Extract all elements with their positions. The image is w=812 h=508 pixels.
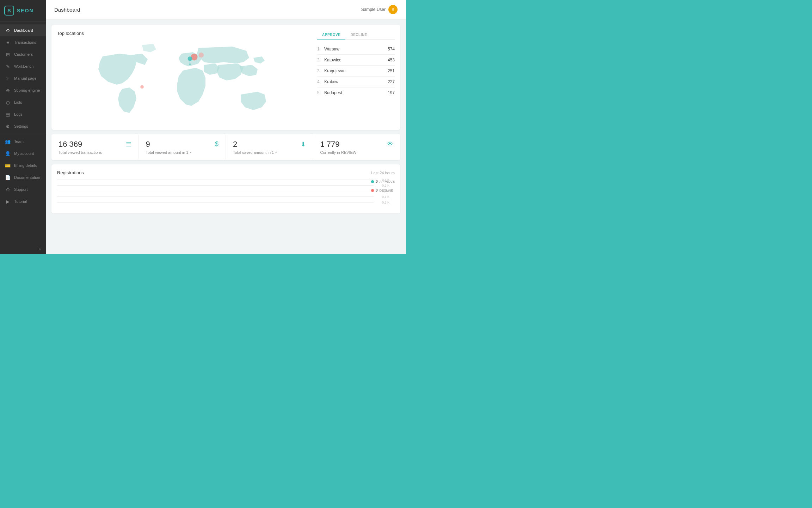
registrations-header: Registrations Last 24 hours (57, 170, 395, 175)
stat-label-saved: Total saved amount in 1 ▾ (233, 150, 306, 155)
sidebar-item-team[interactable]: 👥 Team (0, 135, 46, 147)
sidebar-label-lists: Lists (14, 100, 22, 104)
sidebar-item-scoring-engine[interactable]: ⊕ Scoring engine (0, 84, 46, 96)
loc-value-3: 251 (388, 68, 395, 73)
chart-lines: 0,1 K 0,1 K 0,1 K 0,1 K 0,1 K (57, 180, 374, 208)
location-row-5: 5. Budapest 197 (317, 87, 395, 98)
user-name: Sample User (361, 7, 386, 12)
lists-icon: ◷ (5, 99, 11, 105)
stat-value-review: 1 779 (320, 140, 340, 149)
sidebar-item-workbench[interactable]: ✎ Workbench (0, 60, 46, 72)
world-map (57, 40, 312, 124)
dropdown-arrow-saved[interactable]: ▾ (275, 151, 277, 154)
registrations-chart: 0,1 K 0,1 K 0,1 K 0,1 K 0,1 K 0 APPROVE … (57, 180, 395, 208)
user-menu[interactable]: Sample User S (361, 5, 398, 14)
sidebar-label-billing: Billing details (14, 163, 37, 168)
tutorial-icon: ▶ (5, 199, 11, 204)
page-title: Dashboard (54, 7, 80, 13)
svg-point-3 (189, 64, 191, 65)
stat-label-transactions: Total viewed transactions (59, 150, 131, 155)
stat-value-transactions: 16 369 (59, 140, 82, 149)
sidebar-label-my-account: My account (14, 151, 34, 156)
location-row-1: 1. Warsaw 574 (317, 44, 395, 55)
loc-rank-2: 2. (317, 58, 324, 62)
nav-divider (0, 134, 46, 134)
loc-name-1: Warsaw (324, 47, 388, 52)
sidebar: S SEON ⊙ Dashboard ≡ Transactions ⊞ Cust… (0, 0, 46, 254)
main-content: Dashboard Sample User S Top locations (46, 0, 406, 254)
sidebar-label-workbench: Workbench (14, 64, 33, 68)
loc-rank-1: 1. (317, 47, 324, 52)
chart-label-5: 0,1 K (382, 201, 389, 204)
logo-text: SEON (17, 8, 34, 13)
sidebar-label-manual-page: Manual page (14, 76, 37, 80)
sidebar-item-dashboard[interactable]: ⊙ Dashboard (0, 24, 46, 36)
sidebar-item-lists[interactable]: ◷ Lists (0, 96, 46, 108)
sidebar-item-logs[interactable]: ▤ Logs (0, 108, 46, 120)
sidebar-item-docs[interactable]: 📄 Documentation (0, 171, 46, 183)
sidebar-label-docs: Documentation (14, 175, 40, 180)
sidebar-item-my-account[interactable]: 👤 My account (0, 147, 46, 159)
avatar: S (388, 5, 398, 14)
sidebar-item-manual-page[interactable]: ☞ Manual page (0, 72, 46, 84)
decline-label: DECLINE (379, 189, 393, 192)
sidebar-item-settings[interactable]: ⚙ Settings (0, 120, 46, 132)
loc-name-3: Kragujevac (324, 68, 388, 73)
sidebar-item-tutorial[interactable]: ▶ Tutorial (0, 195, 46, 207)
loc-rank-5: 5. (317, 90, 324, 95)
docs-icon: 📄 (5, 175, 11, 180)
top-locations-card: Top locations (51, 25, 400, 130)
sidebar-label-customers: Customers (14, 52, 33, 56)
svg-point-5 (140, 85, 144, 89)
registrations-title: Registrations (57, 170, 84, 175)
stat-in-review: 1 779 👁 Currently in REVIEW (313, 134, 401, 160)
sidebar-label-scoring-engine: Scoring engine (14, 88, 40, 92)
logs-icon: ▤ (5, 111, 11, 117)
sidebar-label-support: Support (14, 187, 28, 192)
decline-dot (371, 189, 374, 192)
stat-label-viewed: Total viewed amount in 1 ▾ (146, 150, 219, 155)
dashboard-icon: ⊙ (5, 28, 11, 33)
stat-value-saved: 2 (233, 140, 237, 149)
sidebar-item-customers[interactable]: ⊞ Customers (0, 48, 46, 60)
content-area: Top locations (46, 19, 406, 254)
stat-total-transactions: 16 369 ☰ Total viewed transactions (51, 134, 139, 160)
chart-label-4: 0,1 K (382, 195, 389, 199)
stats-row: 16 369 ☰ Total viewed transactions 9 $ T… (51, 134, 400, 160)
loc-value-4: 227 (388, 79, 395, 84)
approve-label: APPROVE (379, 180, 395, 183)
loc-rank-3: 3. (317, 68, 324, 73)
my-account-icon: 👤 (5, 151, 11, 156)
map-area: Top locations (57, 31, 312, 124)
sidebar-label-transactions: Transactions (14, 40, 36, 44)
approve-value: 0 (376, 180, 378, 183)
svg-point-4 (199, 53, 204, 58)
dropdown-arrow-viewed[interactable]: ▾ (190, 151, 192, 154)
list-icon: ☰ (126, 140, 131, 148)
sidebar-label-dashboard: Dashboard (14, 28, 33, 32)
top-locations-title: Top locations (57, 31, 312, 36)
tab-approve[interactable]: APPROVE (317, 31, 345, 40)
sidebar-item-transactions[interactable]: ≡ Transactions (0, 36, 46, 48)
stat-value-viewed: 9 (146, 140, 150, 149)
scoring-engine-icon: ⊕ (5, 87, 11, 93)
stat-saved-amount: 2 ⬇ Total saved amount in 1 ▾ (226, 134, 313, 160)
header: Dashboard Sample User S (46, 0, 406, 19)
sidebar-collapse-button[interactable]: « (0, 243, 46, 254)
tab-decline[interactable]: DECLINE (345, 31, 372, 40)
customers-icon: ⊞ (5, 52, 11, 57)
chart-legend: 0 APPROVE 0 DECLINE (371, 180, 395, 192)
loc-name-5: Budapest (324, 90, 388, 95)
sidebar-label-settings: Settings (14, 124, 28, 128)
transactions-icon: ≡ (5, 40, 11, 45)
sidebar-label-team: Team (14, 139, 24, 144)
legend-approve: 0 APPROVE (371, 180, 395, 183)
loc-name-4: Krakow (324, 79, 388, 84)
loc-rank-4: 4. (317, 79, 324, 84)
registrations-card: Registrations Last 24 hours 0,1 K 0,1 K … (51, 164, 400, 213)
sidebar-item-billing[interactable]: 💳 Billing details (0, 159, 46, 171)
support-icon: ⊙ (5, 187, 11, 192)
sidebar-label-logs: Logs (14, 112, 23, 116)
sidebar-item-support[interactable]: ⊙ Support (0, 183, 46, 195)
stat-label-review: Currently in REVIEW (320, 150, 394, 155)
